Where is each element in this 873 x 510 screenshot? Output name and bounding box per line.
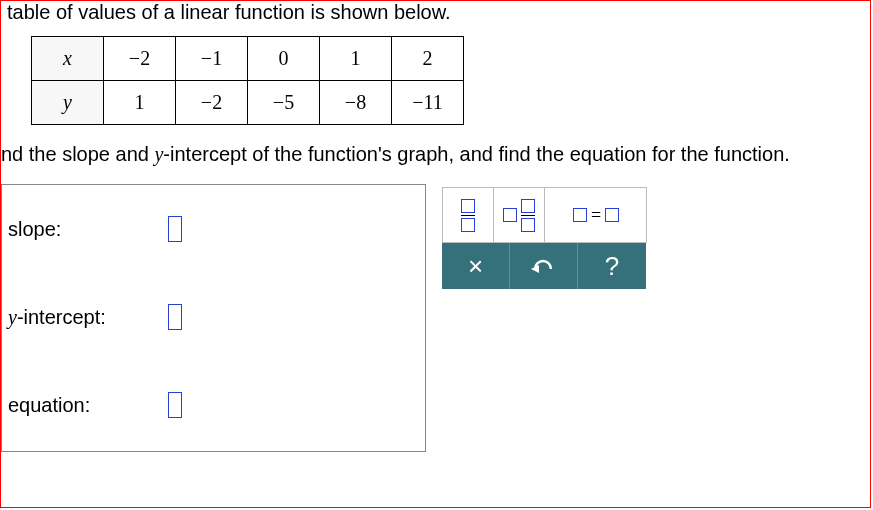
y-header: y bbox=[32, 81, 104, 125]
intro-text: table of values of a linear function is … bbox=[7, 1, 870, 24]
placeholder-icon bbox=[461, 199, 475, 213]
equation-label: equation: bbox=[8, 394, 168, 417]
x-header: x bbox=[32, 37, 104, 81]
fraction-bar-icon bbox=[521, 215, 535, 216]
yintercept-rest: -intercept: bbox=[17, 306, 106, 328]
equals-icon: = bbox=[591, 205, 601, 226]
slope-input[interactable] bbox=[168, 216, 182, 242]
prompt-suffix: -intercept of the function's graph, and … bbox=[163, 143, 789, 165]
placeholder-icon bbox=[605, 208, 619, 222]
placeholder-icon bbox=[521, 218, 535, 232]
fraction-template-button[interactable] bbox=[443, 188, 494, 242]
x-cell: 2 bbox=[392, 37, 464, 81]
undo-icon bbox=[531, 257, 557, 275]
placeholder-icon bbox=[461, 218, 475, 232]
table-row: x −2 −1 0 1 2 bbox=[32, 37, 464, 81]
y-cell: 1 bbox=[104, 81, 176, 125]
help-button[interactable]: ? bbox=[578, 243, 646, 289]
table-row: y 1 −2 −5 −8 −11 bbox=[32, 81, 464, 125]
equation-input[interactable] bbox=[168, 392, 182, 418]
help-icon: ? bbox=[605, 251, 619, 282]
equation-template-button[interactable]: = bbox=[545, 188, 647, 242]
prompt-prefix: nd the slope and bbox=[1, 143, 154, 165]
yintercept-label: y-intercept: bbox=[8, 306, 168, 329]
y-cell: −8 bbox=[320, 81, 392, 125]
answer-box: slope: y-intercept: equation: bbox=[1, 184, 426, 452]
toolbox-row-templates: = bbox=[442, 187, 647, 243]
placeholder-icon bbox=[503, 208, 517, 222]
yintercept-row: y-intercept: bbox=[2, 273, 425, 361]
y-cell: −2 bbox=[176, 81, 248, 125]
x-cell: 1 bbox=[320, 37, 392, 81]
toolbox-row-actions: × ? bbox=[442, 243, 647, 289]
y-cell: −5 bbox=[248, 81, 320, 125]
x-cell: −2 bbox=[104, 37, 176, 81]
x-cell: 0 bbox=[248, 37, 320, 81]
yintercept-y: y bbox=[8, 306, 17, 328]
equation-row: equation: bbox=[2, 361, 425, 449]
yintercept-input[interactable] bbox=[168, 304, 182, 330]
placeholder-icon bbox=[573, 208, 587, 222]
x-cell: −1 bbox=[176, 37, 248, 81]
clear-button[interactable]: × bbox=[442, 243, 510, 289]
toolbox: = × ? bbox=[442, 187, 647, 289]
undo-button[interactable] bbox=[510, 243, 578, 289]
prompt-text: nd the slope and y-intercept of the func… bbox=[1, 143, 870, 166]
placeholder-icon bbox=[521, 199, 535, 213]
values-table: x −2 −1 0 1 2 y 1 −2 −5 −8 −11 bbox=[31, 36, 464, 125]
slope-label: slope: bbox=[8, 218, 168, 241]
close-icon: × bbox=[468, 251, 483, 282]
mixed-fraction-template-button[interactable] bbox=[494, 188, 545, 242]
fraction-bar-icon bbox=[461, 215, 475, 216]
slope-row: slope: bbox=[2, 185, 425, 273]
y-cell: −11 bbox=[392, 81, 464, 125]
